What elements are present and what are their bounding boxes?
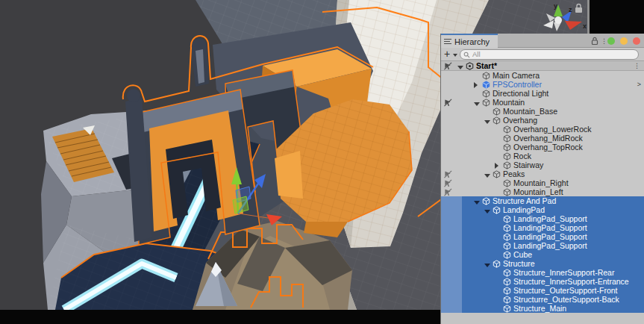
visibility-hidden-icon[interactable] [444, 187, 452, 196]
selection-gutter [441, 205, 462, 214]
cube-icon [482, 98, 490, 107]
scene-kebab-icon[interactable]: ⋮ [634, 61, 640, 70]
foldout-open[interactable] [484, 205, 490, 214]
foldout-open[interactable] [474, 98, 480, 107]
picking-disabled-icon[interactable] [444, 98, 452, 107]
hierarchy-item-structure-innersupport-rear[interactable]: Structure_InnerSupport-Rear [441, 268, 644, 277]
search-icon [463, 52, 470, 58]
foldout-open[interactable] [484, 169, 490, 178]
add-object-button[interactable]: + [444, 48, 450, 60]
cube-icon [503, 134, 511, 143]
cube-icon [503, 277, 511, 286]
cube-icon [493, 169, 501, 178]
hierarchy-item-structure-and-pad[interactable]: Structure And Pad [441, 196, 644, 205]
panel-menu-icon [444, 38, 451, 45]
window-button-yellow[interactable] [620, 37, 628, 45]
search-input[interactable]: All [460, 49, 639, 60]
prefab-cube-icon [482, 80, 490, 89]
hierarchy-item-cube[interactable]: Cube [441, 250, 644, 259]
item-label: Peaks [503, 169, 525, 178]
hierarchy-item-stairway[interactable]: Stairway [441, 161, 644, 169]
editor-stage: y z x Hierarchy [0, 0, 644, 324]
hierarchy-item-landingpad[interactable]: LandingPad [441, 205, 644, 214]
hierarchy-item-structure-innersupport-entrance[interactable]: Structure_InnerSupport-Entrance [441, 277, 644, 286]
hierarchy-item-overhang-toprock[interactable]: Overhang_TopRock [441, 143, 644, 152]
item-label: Directional Light [493, 89, 548, 98]
hierarchy-item-overhang-midrock[interactable]: Overhang_MidRock [441, 134, 644, 143]
hierarchy-item-structure-outersupport-front[interactable]: Structure_OuterSupport-Front [441, 286, 644, 295]
selection-gutter [441, 196, 462, 205]
hierarchy-item-mountain-right[interactable]: Mountain_Right [441, 178, 644, 187]
panel-kebab-icon[interactable]: ⋮ [601, 34, 607, 48]
panel-lock-icon[interactable] [591, 34, 598, 48]
hierarchy-item-directional-light[interactable]: Directional Light [441, 89, 644, 98]
add-object-caret-icon[interactable] [453, 54, 457, 57]
selection-gutter [441, 295, 462, 304]
hierarchy-item-landingpad-support[interactable]: LandingPad_Support [441, 223, 644, 232]
item-label: LandingPad_Support [513, 214, 587, 223]
item-label: Structurre_OuterSupport-Back [513, 295, 619, 304]
item-label: Overhang_MidRock [513, 134, 583, 143]
cube-icon [503, 161, 511, 169]
hierarchy-item-main-camera[interactable]: Main Camera [441, 71, 644, 80]
item-label: LandingPad [503, 205, 545, 214]
gizmo-center-cube[interactable] [554, 16, 562, 24]
hierarchy-item-mountain-base[interactable]: Mountain_Base [441, 107, 644, 116]
cube-icon [503, 286, 511, 295]
foldout-open[interactable] [484, 116, 490, 125]
foldout-open[interactable] [484, 259, 490, 268]
item-label: Mountain_Base [503, 107, 557, 116]
panel-titlebar: Hierarchy ⋮ [441, 34, 644, 48]
selection-gutter [441, 241, 462, 250]
selection-gutter [441, 268, 462, 277]
hierarchy-item-structurre-outersupport-back[interactable]: Structurre_OuterSupport-Back [441, 295, 644, 304]
cube-icon [503, 178, 511, 187]
hierarchy-item-structure[interactable]: Structure [441, 259, 644, 268]
foldout-closed[interactable] [495, 161, 498, 169]
cube-icon [503, 223, 511, 232]
selection-gutter [441, 277, 462, 286]
hierarchy-item-overhang[interactable]: Overhang [441, 116, 644, 125]
cube-icon [503, 232, 511, 241]
picking-disabled-icon[interactable] [444, 61, 452, 70]
cube-icon [493, 259, 501, 268]
hierarchy-item-landingpad-support[interactable]: LandingPad_Support [441, 241, 644, 250]
item-label: Mountain [493, 98, 525, 107]
scene-header-row[interactable]: Start* ⋮ [441, 61, 644, 71]
selection-gutter [441, 232, 462, 241]
tab-hierarchy[interactable]: Hierarchy [441, 34, 498, 48]
visibility-hidden-icon[interactable] [444, 169, 452, 178]
cube-icon [503, 143, 511, 152]
hierarchy-item-landingpad-support[interactable]: LandingPad_Support [441, 214, 644, 223]
cube-icon [503, 125, 511, 134]
cube-icon [503, 241, 511, 250]
window-button-green[interactable] [607, 37, 615, 45]
item-label: Structure_Main [513, 304, 566, 313]
hierarchy-item-overhang-lowerrock[interactable]: Overhang_LowerRock [441, 125, 644, 134]
hierarchy-item-mountain[interactable]: Mountain [441, 98, 644, 107]
cube-icon [482, 71, 490, 80]
item-label: Structure And Pad [493, 196, 556, 205]
panel-footer [441, 313, 644, 324]
window-buttons [607, 34, 640, 48]
foldout-closed[interactable] [474, 80, 478, 89]
scene-foldout[interactable] [457, 61, 463, 70]
cube-icon [493, 205, 501, 214]
hierarchy-item-peaks[interactable]: Peaks [441, 169, 644, 178]
window-button-red[interactable] [633, 37, 640, 45]
cube-icon [503, 214, 511, 223]
visibility-hidden-icon[interactable] [444, 178, 452, 187]
gizmo-y-label: y [554, 2, 557, 10]
selection-gutter [441, 304, 462, 313]
search-placeholder: All [472, 50, 481, 59]
hierarchy-item-rock[interactable]: Rock [441, 152, 644, 161]
hierarchy-item-structure-main[interactable]: Structure_Main [441, 304, 644, 313]
cube-icon [482, 196, 490, 205]
hierarchy-item-landingpad-support[interactable]: LandingPad_Support [441, 232, 644, 241]
prefab-open-chevron-icon[interactable]: > [637, 80, 641, 89]
hierarchy-item-fpscontroller[interactable]: FPSController> [441, 80, 644, 89]
cube-icon [503, 250, 511, 259]
hierarchy-item-mountain-left[interactable]: Mountain_Left [441, 187, 644, 196]
hierarchy-panel: Hierarchy ⋮ + [440, 34, 644, 324]
foldout-open[interactable] [474, 196, 480, 205]
